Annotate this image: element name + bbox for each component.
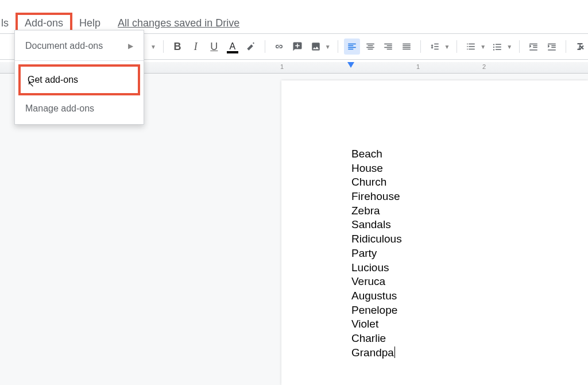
italic-button[interactable]: I xyxy=(188,38,204,55)
separator xyxy=(338,40,338,53)
addons-menu: Document add-ons ▶ Get add-ons ↖ Manage … xyxy=(14,30,144,125)
ruler-indent-marker[interactable] xyxy=(347,62,354,68)
submenu-arrow-icon: ▶ xyxy=(128,42,133,50)
document-line[interactable]: House xyxy=(351,161,588,176)
text-color-swatch xyxy=(227,51,238,53)
menu-item-label: Document add-ons xyxy=(25,41,103,51)
separator xyxy=(420,40,421,53)
document-line[interactable]: Beach xyxy=(351,147,588,161)
menu-item-document-addons[interactable]: Document add-ons ▶ xyxy=(15,35,144,57)
insert-link-button[interactable] xyxy=(271,38,287,55)
menu-tools-partial[interactable]: ls xyxy=(0,15,16,32)
numbered-list-dropdown[interactable]: ▼ xyxy=(479,44,487,50)
separator xyxy=(519,40,520,53)
numbered-list-button[interactable] xyxy=(463,38,479,55)
separator xyxy=(265,40,265,53)
bulleted-list-button[interactable] xyxy=(489,38,505,55)
document-line[interactable]: Ridiculous xyxy=(351,232,588,247)
bold-button[interactable]: B xyxy=(169,38,185,55)
save-status[interactable]: All changes saved in Drive xyxy=(118,17,239,29)
document-line[interactable]: Firehouse xyxy=(351,190,588,204)
line-spacing-button[interactable] xyxy=(427,38,443,55)
text-color-letter: A xyxy=(229,41,235,52)
align-left-button[interactable] xyxy=(344,38,360,55)
add-comment-button[interactable] xyxy=(289,38,305,55)
menu-help[interactable]: Help xyxy=(72,15,107,32)
align-justify-button[interactable] xyxy=(399,38,415,55)
align-center-button[interactable] xyxy=(362,38,378,55)
bulleted-list-dropdown[interactable]: ▼ xyxy=(505,44,513,50)
separator xyxy=(566,40,566,53)
menu-item-get-addons[interactable]: Get add-ons ↖ xyxy=(18,64,140,95)
line-spacing-dropdown[interactable]: ▼ xyxy=(443,44,451,50)
document-line[interactable]: Augustus xyxy=(351,289,588,303)
document-line[interactable]: Church xyxy=(351,175,588,190)
menu-item-label: Get add-ons xyxy=(28,75,78,85)
align-right-button[interactable] xyxy=(381,38,397,55)
ruler-tick: 1 xyxy=(416,63,420,70)
separator xyxy=(457,40,457,53)
document-line[interactable]: Penelope xyxy=(351,303,588,318)
increase-indent-button[interactable] xyxy=(544,38,560,55)
ruler-tick: 2 xyxy=(482,63,486,70)
clear-formatting-button[interactable] xyxy=(572,38,588,55)
insert-image-dropdown[interactable]: ▼ xyxy=(324,44,332,50)
menu-separator xyxy=(15,60,144,61)
text-caret xyxy=(394,346,395,358)
document-line[interactable]: Party xyxy=(351,247,588,261)
menu-item-label: Manage add-ons xyxy=(25,103,94,114)
document-line[interactable]: Lucious xyxy=(351,261,588,275)
highlight-color-button[interactable] xyxy=(243,38,259,55)
document-page[interactable]: BeachHouseChurchFirehouseZebraSandalsRid… xyxy=(281,80,588,385)
menu-item-manage-addons[interactable]: Manage add-ons xyxy=(15,98,144,120)
document-line[interactable]: Charlie xyxy=(351,332,588,346)
document-line[interactable]: Sandals xyxy=(351,218,588,232)
style-dropdown[interactable]: ▼ xyxy=(149,44,157,50)
insert-image-button[interactable] xyxy=(308,38,324,55)
document-line[interactable]: Zebra xyxy=(351,204,588,218)
document-line[interactable]: Grandpa xyxy=(351,346,588,360)
document-line[interactable]: Veruca xyxy=(351,275,588,289)
ruler-tick: 1 xyxy=(280,63,284,70)
underline-button[interactable]: U xyxy=(206,38,222,55)
document-line[interactable]: Violet xyxy=(351,317,588,332)
decrease-indent-button[interactable] xyxy=(525,38,541,55)
separator xyxy=(163,40,164,53)
text-color-button[interactable]: A xyxy=(225,38,241,55)
